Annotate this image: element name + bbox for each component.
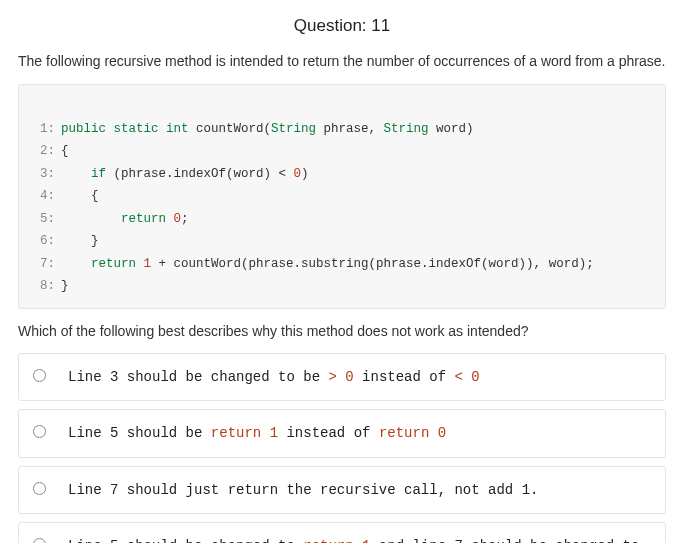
- option-3[interactable]: Line 7 should just return the recursive …: [18, 466, 666, 514]
- line-number: 5:: [31, 208, 55, 231]
- code-token: String: [384, 122, 429, 136]
- code-token: if: [91, 167, 106, 181]
- radio-icon[interactable]: [33, 369, 46, 382]
- code-token: word): [429, 122, 474, 136]
- code-token: + countWord(phrase.substring(phrase.inde…: [151, 257, 594, 271]
- line-number: 7:: [31, 253, 55, 276]
- option-text: Line 5 should be changed to return 1 and…: [68, 535, 651, 543]
- option-2[interactable]: Line 5 should be return 1 instead of ret…: [18, 409, 666, 457]
- code-token: [136, 257, 144, 271]
- code-token: return: [91, 257, 136, 271]
- code-token: ;: [181, 212, 189, 226]
- followup-question: Which of the following best describes wh…: [18, 323, 666, 339]
- radio-icon[interactable]: [33, 538, 46, 543]
- code-block: 1:public static int countWord(String phr…: [18, 84, 666, 309]
- code-token: (phrase.indexOf(word) <: [106, 167, 294, 181]
- option-1[interactable]: Line 3 should be changed to be > 0 inste…: [18, 353, 666, 401]
- line-number: 1:: [31, 118, 55, 141]
- code-token: }: [61, 279, 69, 293]
- code-token: 1: [144, 257, 152, 271]
- code-token: phrase,: [316, 122, 384, 136]
- option-text: Line 5 should be return 1 instead of ret…: [68, 422, 446, 444]
- radio-icon[interactable]: [33, 425, 46, 438]
- line-number: 8:: [31, 275, 55, 298]
- option-text: Line 3 should be changed to be > 0 inste…: [68, 366, 480, 388]
- question-description: The following recursive method is intend…: [18, 50, 666, 72]
- question-title: Question: 11: [18, 16, 666, 36]
- line-number: 6:: [31, 230, 55, 253]
- code-token: {: [61, 144, 69, 158]
- code-token: 0: [174, 212, 182, 226]
- option-4[interactable]: Line 5 should be changed to return 1 and…: [18, 522, 666, 543]
- code-token: 0: [294, 167, 302, 181]
- code-token: [166, 212, 174, 226]
- option-text: Line 7 should just return the recursive …: [68, 479, 538, 501]
- code-token: return: [121, 212, 166, 226]
- code-token: {: [91, 189, 99, 203]
- line-number: 2:: [31, 140, 55, 163]
- code-token: }: [91, 234, 99, 248]
- line-number: 4:: [31, 185, 55, 208]
- code-token: public static int: [61, 122, 189, 136]
- code-token: ): [301, 167, 309, 181]
- code-token: countWord(: [189, 122, 272, 136]
- line-number: 3:: [31, 163, 55, 186]
- code-token: String: [271, 122, 316, 136]
- radio-icon[interactable]: [33, 482, 46, 495]
